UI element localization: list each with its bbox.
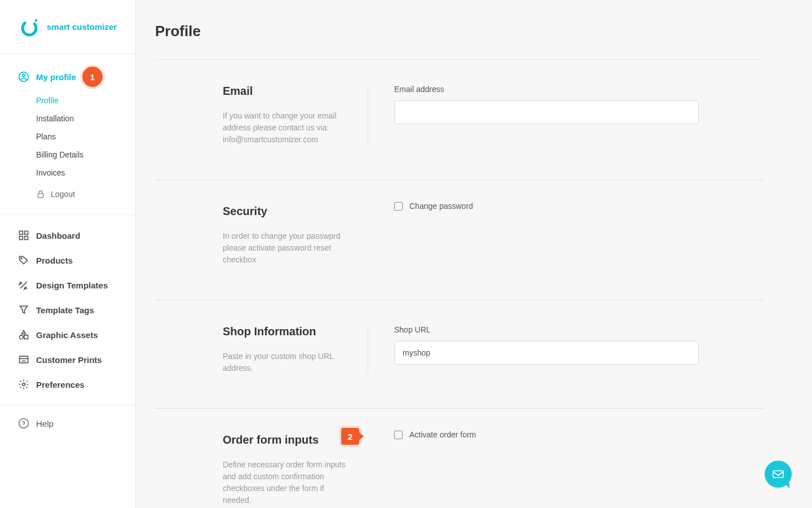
subnav-profile[interactable]: Profile (36, 91, 135, 110)
section-security-form: Change password (368, 205, 764, 266)
nav-label: Help (36, 419, 54, 428)
profile-subnav: Profile Installation Plans Billing Detai… (0, 88, 135, 182)
step-marker: 2 (341, 428, 359, 445)
subnav-billing-details[interactable]: Billing Details (36, 146, 135, 164)
checkbox-icon[interactable] (394, 202, 403, 211)
notification-badge: 1 (82, 67, 103, 87)
section-orderform-form: 2 Activate order form (368, 433, 764, 506)
sidebar: smart customizer My profile 1 Profile In… (0, 0, 136, 508)
logout-button[interactable]: Logout (0, 182, 135, 203)
sidebar-item-customer-prints[interactable]: Customer Prints (0, 347, 135, 372)
section-security: Security In order to change your passwpr… (155, 180, 764, 300)
mail-icon (771, 467, 785, 481)
help-section: Help (0, 405, 135, 441)
svg-point-13 (23, 383, 25, 386)
checkbox-label: Change password (409, 202, 473, 211)
page-title: Profile (155, 23, 764, 60)
sidebar-item-preferences[interactable]: Preferences (0, 372, 135, 397)
svg-rect-11 (24, 335, 28, 339)
svg-point-9 (21, 258, 22, 259)
sidebar-item-products[interactable]: Products (0, 248, 135, 273)
shop-url-input[interactable] (394, 341, 699, 365)
section-title: Shop Information (223, 325, 345, 338)
chat-button[interactable] (765, 461, 792, 488)
activate-order-form-checkbox-row[interactable]: Activate order form (394, 430, 764, 439)
logout-label: Logout (51, 190, 75, 199)
nav-label: Dashboard (36, 231, 80, 240)
section-description: Define necessary order form inputs and a… (223, 459, 346, 506)
nav-label: Template Tags (36, 305, 94, 315)
shop-url-label: Shop URL (394, 325, 764, 334)
section-description: In order to change your passwprd please … (223, 230, 346, 266)
main-nav-section: Dashboard Products Design Templates (0, 215, 135, 405)
sidebar-item-design-templates[interactable]: Design Templates (0, 273, 135, 297)
logo-area[interactable]: smart customizer (0, 0, 135, 54)
prints-icon (18, 354, 29, 365)
svg-rect-5 (20, 231, 23, 235)
filter-icon (18, 304, 29, 316)
section-email-form: Email address (368, 85, 764, 146)
nav-label: Products (36, 256, 73, 265)
sidebar-item-template-tags[interactable]: Template Tags (0, 297, 135, 322)
svg-rect-6 (25, 231, 28, 235)
email-input[interactable] (394, 100, 699, 124)
section-email: Email If you want to change your email a… (155, 60, 764, 180)
section-description: If you want to change your email address… (223, 110, 345, 146)
design-icon (18, 279, 29, 291)
nav-label: Preferences (36, 380, 85, 389)
svg-point-10 (20, 335, 24, 339)
logo-icon (20, 17, 39, 37)
svg-point-3 (23, 74, 25, 77)
brand-name: smart customizer (47, 22, 117, 32)
svg-rect-15 (773, 471, 783, 478)
tag-icon (18, 255, 29, 266)
section-email-info: Email If you want to change your email a… (223, 85, 368, 146)
nav-label: Design Templates (36, 281, 108, 290)
svg-point-1 (35, 19, 37, 21)
section-title: Order form inputs (223, 433, 346, 446)
profile-nav-section: My profile 1 Profile Installation Plans … (0, 54, 135, 215)
svg-rect-4 (38, 194, 43, 198)
subnav-invoices[interactable]: Invoices (36, 164, 135, 182)
change-password-checkbox-row[interactable]: Change password (394, 202, 764, 211)
sidebar-item-dashboard[interactable]: Dashboard (0, 223, 135, 248)
section-shop-info: Shop Information Paste in your custom sh… (223, 325, 368, 374)
lock-icon (36, 190, 45, 199)
section-security-info: Security In order to change your passwpr… (223, 205, 368, 266)
section-description: Paste in your custom shop URL address. (223, 351, 345, 374)
user-circle-icon (18, 71, 29, 82)
sidebar-item-help[interactable]: Help (0, 412, 135, 435)
checkbox-label: Activate order form (409, 430, 476, 439)
svg-rect-12 (20, 356, 28, 363)
sidebar-item-graphic-assets[interactable]: Graphic Assets (0, 322, 135, 347)
nav-label: Graphic Assets (36, 330, 98, 340)
subnav-plans[interactable]: Plans (36, 128, 135, 146)
svg-rect-8 (25, 237, 28, 240)
subnav-installation[interactable]: Installation (36, 110, 135, 128)
section-title: Security (223, 205, 346, 218)
gear-icon (18, 379, 29, 390)
section-order-form-inputs: Order form inputs Define necessary order… (155, 409, 764, 508)
section-shop-form: Shop URL (368, 325, 764, 374)
checkbox-icon[interactable] (394, 431, 403, 439)
section-shop-information: Shop Information Paste in your custom sh… (155, 300, 764, 409)
sidebar-item-label: My profile (36, 72, 76, 82)
section-title: Email (223, 85, 345, 98)
main-content: Profile Email If you want to change your… (136, 0, 812, 508)
dashboard-icon (18, 230, 29, 241)
sidebar-item-my-profile[interactable]: My profile 1 (0, 65, 135, 88)
email-label: Email address (394, 85, 764, 94)
help-icon (18, 418, 29, 429)
nav-label: Customer Prints (36, 355, 102, 365)
svg-rect-7 (20, 237, 23, 240)
shapes-icon (18, 329, 29, 340)
